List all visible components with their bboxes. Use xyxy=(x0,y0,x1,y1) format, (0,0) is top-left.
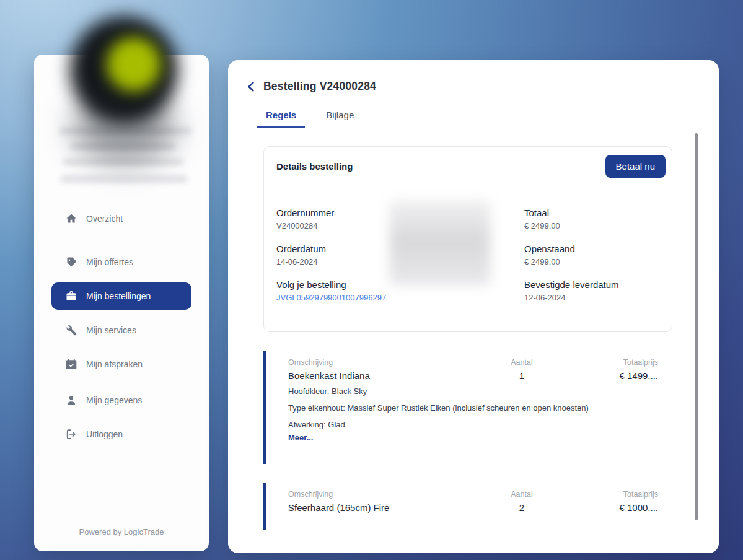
sidebar-item-services[interactable]: Mijn services xyxy=(51,317,191,344)
order-details-card: Details bestelling Betaal nu Ordernummer… xyxy=(263,146,672,332)
sidebar-item-offertes[interactable]: Mijn offertes xyxy=(51,248,191,276)
sidebar-item-label: Overzicht xyxy=(86,214,123,224)
item-total-price: € 1000.... xyxy=(565,502,658,513)
order-fields: Ordernummer V24000284 Totaal € 2499.00 O… xyxy=(276,208,666,302)
tag-icon xyxy=(65,256,77,268)
more-link[interactable]: Meer... xyxy=(288,433,313,442)
field-ordernummer: Ordernummer V24000284 xyxy=(276,208,524,230)
wrench-icon xyxy=(65,324,77,336)
item-attribute: Type eikenhout: Massief Super Rustiek Ei… xyxy=(288,403,658,414)
order-detail-panel: Bestelling V24000284 Regels Bijlage Deta… xyxy=(228,60,719,553)
field-orderdatum: Orderdatum 14-06-2024 xyxy=(276,243,524,266)
item-name: Sfeerhaard (165cm) Fire xyxy=(288,502,478,513)
track-trace-link[interactable]: JVGL05929799001007996297 xyxy=(276,293,524,302)
tab-bar: Regels Bijlage xyxy=(257,110,719,128)
item-column-headers: Omschrijving Aantal Totaalprijs xyxy=(288,358,658,367)
order-header: Bestelling V24000284 xyxy=(247,80,719,93)
briefcase-icon xyxy=(65,290,77,302)
item-divider xyxy=(265,476,669,476)
item-attribute: Afwerking: Glad xyxy=(288,419,658,431)
person-icon xyxy=(65,394,77,406)
scrollbar-thumb[interactable] xyxy=(695,133,698,520)
sidebar-item-label: Mijn gegevens xyxy=(86,395,142,405)
field-leverdatum: Bevestigde leverdatum 12-06-2024 xyxy=(524,279,666,302)
item-total-price: € 1499.... xyxy=(565,370,658,381)
sidebar-item-uitloggen[interactable]: Uitloggen xyxy=(51,421,191,448)
sidebar-nav: Overzicht Mijn offertes Mijn bestellinge… xyxy=(34,55,209,448)
item-name: Boekenkast Indiana xyxy=(288,370,478,381)
item-column-headers: Omschrijving Aantal Totaalprijs xyxy=(288,490,658,499)
sidebar-item-label: Mijn services xyxy=(86,325,136,335)
pay-now-button[interactable]: Betaal nu xyxy=(605,155,666,178)
item-quantity: 1 xyxy=(478,370,565,381)
sidebar-item-label: Mijn bestellingen xyxy=(86,291,151,301)
sidebar-item-bestellingen[interactable]: Mijn bestellingen xyxy=(51,282,191,310)
sidebar-item-label: Mijn offertes xyxy=(86,257,133,267)
item-attribute: Hoofdkleur: Black Sky xyxy=(288,386,658,398)
sidebar-item-label: Uitloggen xyxy=(86,429,123,439)
tab-bijlage[interactable]: Bijlage xyxy=(317,110,363,128)
blurred-company-text xyxy=(60,175,188,183)
details-heading: Details bestelling xyxy=(276,161,353,172)
home-icon xyxy=(65,212,77,225)
field-track-trace: Volg je bestelling JVGL05929799001007996… xyxy=(276,279,524,302)
sidebar-item-label: Mijn afspraken xyxy=(86,359,143,369)
logout-icon xyxy=(65,428,77,440)
item-divider xyxy=(265,344,669,344)
powered-by-text: Powered by LogicTrade xyxy=(34,527,209,536)
sidebar-item-gegevens[interactable]: Mijn gegevens xyxy=(51,387,191,414)
field-openstaand: Openstaand € 2499.00 xyxy=(524,243,666,266)
field-totaal: Totaal € 2499.00 xyxy=(524,208,666,230)
tab-regels[interactable]: Regels xyxy=(257,110,305,128)
blurred-company-text xyxy=(59,128,192,134)
blurred-company-text xyxy=(63,159,184,165)
item-quantity: 2 xyxy=(478,502,565,513)
order-line-item: Omschrijving Aantal Totaalprijs Sfeerhaa… xyxy=(263,483,672,530)
sidebar-item-afspraken[interactable]: Mijn afspraken xyxy=(51,351,191,378)
back-icon[interactable] xyxy=(247,81,255,92)
calendar-check-icon xyxy=(65,358,77,370)
page-title: Bestelling V24000284 xyxy=(263,80,376,93)
sidebar: Overzicht Mijn offertes Mijn bestellinge… xyxy=(34,55,209,551)
order-line-item: Omschrijving Aantal Totaalprijs Boekenka… xyxy=(263,351,672,464)
blurred-company-text xyxy=(70,143,175,150)
sidebar-item-overzicht[interactable]: Overzicht xyxy=(51,205,191,232)
